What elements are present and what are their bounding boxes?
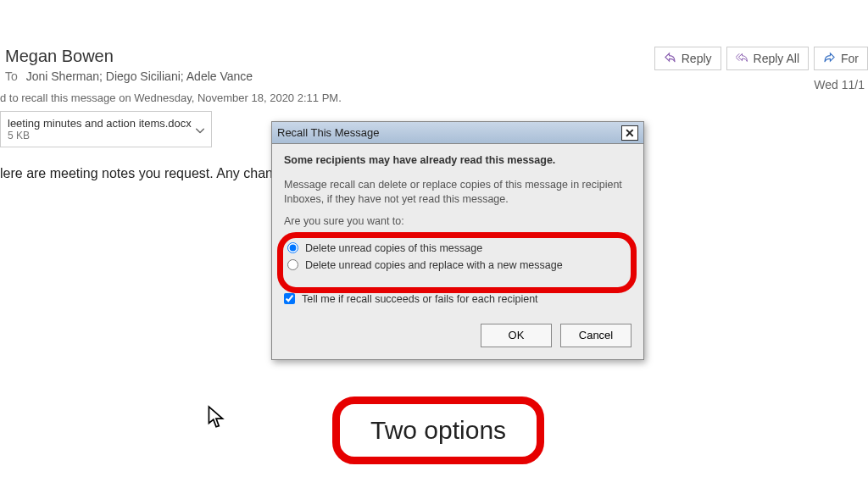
recall-options: Delete unread copies of this message Del… xyxy=(284,232,632,285)
message-actions: Reply Reply All For xyxy=(654,47,868,70)
ok-button[interactable]: OK xyxy=(481,324,552,347)
recall-dialog: Recall This Message ✕ Some recipients ma… xyxy=(271,121,644,360)
tell-me-checkbox[interactable] xyxy=(284,293,295,304)
reply-all-label: Reply All xyxy=(754,52,799,65)
radio-delete-replace[interactable] xyxy=(287,259,298,270)
recipients: Joni Sherman; Diego Siciliani; Adele Van… xyxy=(26,69,253,83)
recipients-line: To Joni Sherman; Diego Siciliani; Adele … xyxy=(5,69,868,83)
option-delete-unread[interactable]: Delete unread copies of this message xyxy=(287,242,628,254)
option-delete-replace[interactable]: Delete unread copies and replace with a … xyxy=(287,259,628,271)
dialog-heading: Some recipients may have already read th… xyxy=(284,154,632,166)
option-delete-replace-label: Delete unread copies and replace with a … xyxy=(305,259,563,271)
forward-label: For xyxy=(841,52,859,65)
dialog-info: Message recall can delete or replace cop… xyxy=(284,178,632,207)
chevron-down-icon[interactable] xyxy=(196,123,204,136)
option-delete-unread-label: Delete unread copies of this message xyxy=(305,242,482,254)
radio-delete-unread[interactable] xyxy=(287,242,298,253)
cancel-button[interactable]: Cancel xyxy=(560,324,632,347)
cursor-icon xyxy=(207,405,225,430)
forward-button[interactable]: For xyxy=(814,47,868,70)
tell-me-label: Tell me if recall succeeds or fails for … xyxy=(302,293,538,305)
attachment-size: 5 KB xyxy=(8,130,192,141)
to-label: To xyxy=(5,69,18,83)
tell-me-checkbox-row[interactable]: Tell me if recall succeeds or fails for … xyxy=(284,293,632,305)
reply-button[interactable]: Reply xyxy=(654,47,721,70)
attachment-name: leeting minutes and action items.docx xyxy=(8,117,192,130)
dialog-prompt: Are you sure you want to: xyxy=(284,215,632,227)
annotation-two-options: Two options xyxy=(332,396,544,464)
reply-all-icon xyxy=(736,51,748,66)
annotation-two-options-text: Two options xyxy=(370,416,506,444)
reply-all-button[interactable]: Reply All xyxy=(726,47,809,70)
recall-attempt-note: d to recall this message on Wednesday, N… xyxy=(0,92,868,104)
reply-icon xyxy=(664,51,676,66)
reply-label: Reply xyxy=(682,52,712,65)
close-button[interactable]: ✕ xyxy=(621,125,638,141)
dialog-titlebar: Recall This Message ✕ xyxy=(272,122,643,144)
dialog-title: Recall This Message xyxy=(277,126,379,139)
attachment-chip[interactable]: leeting minutes and action items.docx 5 … xyxy=(0,111,212,147)
forward-icon xyxy=(823,51,836,66)
close-icon: ✕ xyxy=(625,127,635,139)
message-date: Wed 11/1 xyxy=(814,78,865,92)
